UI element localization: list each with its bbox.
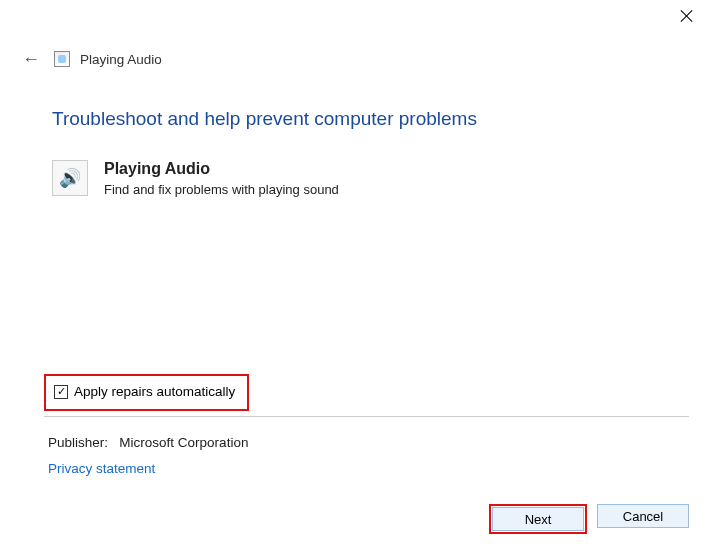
back-arrow-icon[interactable]: ← xyxy=(18,48,44,70)
divider xyxy=(44,416,689,417)
next-button-highlight: Next xyxy=(489,504,587,534)
troubleshooter-item: 🔊 Playing Audio Find and fix problems wi… xyxy=(52,160,683,197)
main-content: Troubleshoot and help prevent computer p… xyxy=(52,108,683,205)
apply-repairs-highlight: Apply repairs automatically xyxy=(44,374,249,411)
cancel-button[interactable]: Cancel xyxy=(597,504,689,528)
publisher-label: Publisher: xyxy=(48,435,108,450)
troubleshooter-description: Find and fix problems with playing sound xyxy=(104,182,339,197)
window-title: Playing Audio xyxy=(80,52,162,67)
header: ← Playing Audio xyxy=(18,48,162,70)
audio-troubleshooter-icon: 🔊 xyxy=(52,160,88,196)
next-button[interactable]: Next xyxy=(492,507,584,531)
apply-repairs-label[interactable]: Apply repairs automatically xyxy=(74,384,235,399)
button-bar: Next Cancel xyxy=(489,504,689,534)
privacy-statement-link[interactable]: Privacy statement xyxy=(48,456,248,482)
close-icon[interactable] xyxy=(679,8,695,24)
troubleshooter-title: Playing Audio xyxy=(104,160,339,178)
publisher-value: Microsoft Corporation xyxy=(119,435,248,450)
app-icon xyxy=(54,51,70,67)
options-area: Apply repairs automatically xyxy=(44,374,689,411)
metadata: Publisher: Microsoft Corporation Privacy… xyxy=(48,430,248,481)
page-heading: Troubleshoot and help prevent computer p… xyxy=(52,108,683,130)
apply-repairs-checkbox[interactable] xyxy=(54,385,68,399)
